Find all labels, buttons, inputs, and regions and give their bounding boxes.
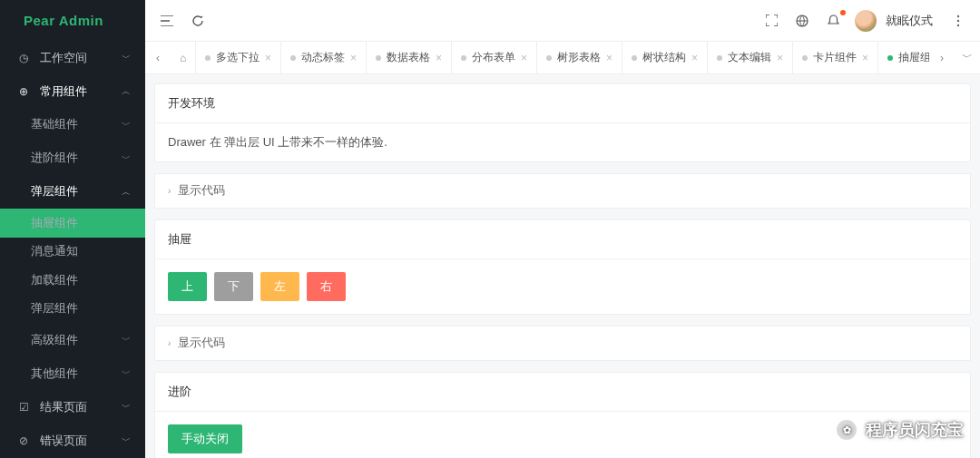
- svg-point-3: [957, 24, 959, 25]
- tab-label: 多选下拉: [216, 50, 260, 65]
- menu-other-components[interactable]: 其他组件 ﹀: [0, 357, 145, 391]
- menu-notification[interactable]: 消息通知: [0, 238, 145, 267]
- tab-label: 树状结构: [642, 50, 686, 65]
- cube-icon: ⊕: [16, 85, 31, 98]
- chevron-right-icon: ›: [168, 186, 171, 196]
- language-button[interactable]: [789, 8, 815, 34]
- tabs-scroll-right[interactable]: ›: [929, 42, 955, 73]
- chevron-down-icon: ﹀: [122, 119, 131, 132]
- tab-label: 数据表格: [387, 50, 430, 65]
- tab-dot-icon: [632, 55, 637, 61]
- chevron-down-icon: ﹀: [122, 401, 131, 414]
- tab-label: 卡片组件: [813, 50, 857, 65]
- chevron-up-icon: ︿: [122, 186, 131, 199]
- menu-workspace[interactable]: ◷ 工作空间 ﹀: [0, 41, 145, 74]
- menu-label: 抽屉组件: [31, 216, 78, 231]
- close-icon[interactable]: ×: [606, 52, 612, 64]
- menu-layer-components[interactable]: 弹层组件 ︿: [0, 175, 145, 209]
- sidebar: Pear Admin ◷ 工作空间 ﹀ ⊕ 常用组件 ︿ 基础组件 ﹀ 进阶组件…: [0, 0, 145, 458]
- menu-label: 结果页面: [40, 399, 87, 415]
- tab-step-form[interactable]: 分布表单×: [452, 42, 537, 73]
- menu-basic-components[interactable]: 基础组件 ﹀: [0, 108, 145, 141]
- manual-close-button[interactable]: 手动关闭: [168, 424, 242, 453]
- close-icon[interactable]: ×: [777, 52, 783, 64]
- tab-data-table[interactable]: 数据表格×: [367, 42, 452, 73]
- more-button[interactable]: [946, 8, 971, 34]
- card-dev-env: 开发环境 Drawer 在 弹出层 UI 上带来不一样的体验.: [154, 83, 971, 162]
- menu-loading[interactable]: 加载组件: [0, 267, 145, 296]
- menu-label: 其他组件: [31, 366, 78, 382]
- menu-label: 错误页面: [40, 433, 87, 449]
- menu-label: 进阶组件: [31, 151, 78, 166]
- notifications-button[interactable]: [820, 8, 846, 34]
- tab-tree-struct[interactable]: 树状结构×: [622, 42, 708, 73]
- tab-dot-icon: [802, 55, 808, 61]
- close-icon[interactable]: ×: [436, 52, 442, 64]
- expand-icon: [766, 15, 778, 26]
- close-icon[interactable]: ×: [350, 52, 357, 64]
- menu-layer[interactable]: 弹层组件: [0, 295, 145, 324]
- card-title: 开发环境: [155, 84, 970, 123]
- tab-dot-icon: [461, 55, 466, 61]
- brand-title: Pear Admin: [0, 0, 145, 41]
- chevron-right-icon: ›: [168, 338, 171, 348]
- tab-label: 抽屉组件: [898, 50, 929, 65]
- chevron-down-icon: ﹀: [122, 367, 131, 380]
- refresh-button[interactable]: [185, 8, 211, 34]
- username[interactable]: 就眠仪式: [886, 13, 940, 29]
- card-advanced: 进阶 手动关闭: [154, 372, 971, 458]
- chevron-down-icon: ﹀: [122, 52, 131, 64]
- menu-label: 高级组件: [31, 333, 78, 348]
- more-vertical-icon: [956, 15, 960, 27]
- menu-components[interactable]: ⊕ 常用组件 ︿: [0, 74, 145, 108]
- tab-drawer[interactable]: 抽屉组件×: [878, 42, 929, 73]
- chevron-up-icon: ︿: [122, 85, 131, 98]
- refresh-icon: [191, 15, 204, 27]
- menu-label: 加载组件: [31, 273, 78, 288]
- close-icon[interactable]: ×: [265, 52, 271, 64]
- tab-text-editor[interactable]: 文本编辑×: [708, 42, 793, 73]
- collapse-label: 显示代码: [178, 183, 225, 199]
- menu-label: 消息通知: [31, 244, 78, 259]
- tab-label: 分布表单: [472, 50, 515, 65]
- svg-point-1: [957, 15, 959, 16]
- check-icon: ☑: [16, 401, 31, 414]
- close-icon[interactable]: ×: [521, 52, 527, 64]
- drawer-right-button[interactable]: 右: [307, 272, 346, 301]
- drawer-up-button[interactable]: 上: [168, 272, 207, 301]
- tab-dot-icon: [205, 55, 211, 61]
- collapse-show-code-2[interactable]: ›显示代码: [154, 326, 971, 361]
- tabs-dropdown[interactable]: ﹀: [955, 42, 980, 73]
- menu-label: 弹层组件: [31, 184, 78, 200]
- tab-dot-icon: [887, 55, 893, 61]
- chevron-down-icon: ﹀: [122, 152, 131, 165]
- menu-result-pages[interactable]: ☑ 结果页面 ﹀: [0, 391, 145, 424]
- card-drawer: 抽屉 上 下 左 右: [154, 219, 971, 315]
- drawer-down-button[interactable]: 下: [214, 272, 253, 301]
- tab-tree-table[interactable]: 树形表格×: [537, 42, 622, 73]
- tab-home[interactable]: ⌂: [171, 42, 196, 73]
- menu-advanced-components[interactable]: 进阶组件 ﹀: [0, 141, 145, 175]
- content: 开发环境 Drawer 在 弹出层 UI 上带来不一样的体验. ›显示代码 抽屉…: [145, 74, 980, 458]
- menu-label: 工作空间: [40, 50, 87, 66]
- tabs-bar: ‹ ⌂ 多选下拉× 动态标签× 数据表格× 分布表单× 树形表格× 树状结构× …: [145, 42, 980, 74]
- fullscreen-button[interactable]: [759, 8, 784, 34]
- card-body: Drawer 在 弹出层 UI 上带来不一样的体验.: [155, 123, 970, 161]
- drawer-left-button[interactable]: 左: [260, 272, 299, 301]
- topbar: 就眠仪式: [145, 0, 980, 42]
- close-icon[interactable]: ×: [862, 52, 868, 64]
- tab-multi-select[interactable]: 多选下拉×: [196, 42, 281, 73]
- menu-senior-components[interactable]: 高级组件 ﹀: [0, 324, 145, 357]
- globe-icon: [796, 15, 808, 27]
- tabs-scroll-left[interactable]: ‹: [145, 42, 171, 73]
- close-icon[interactable]: ×: [691, 52, 698, 64]
- tab-card[interactable]: 卡片组件×: [793, 42, 878, 73]
- collapse-show-code-1[interactable]: ›显示代码: [154, 173, 971, 209]
- collapse-sidebar-button[interactable]: [154, 8, 180, 34]
- menu-error-pages[interactable]: ⊘ 错误页面 ﹀: [0, 424, 145, 458]
- tab-dynamic-tag[interactable]: 动态标签×: [281, 42, 367, 73]
- avatar[interactable]: [855, 10, 877, 32]
- menu-drawer[interactable]: 抽屉组件: [0, 209, 145, 238]
- tab-label: 文本编辑: [728, 50, 771, 65]
- tab-dot-icon: [546, 55, 552, 61]
